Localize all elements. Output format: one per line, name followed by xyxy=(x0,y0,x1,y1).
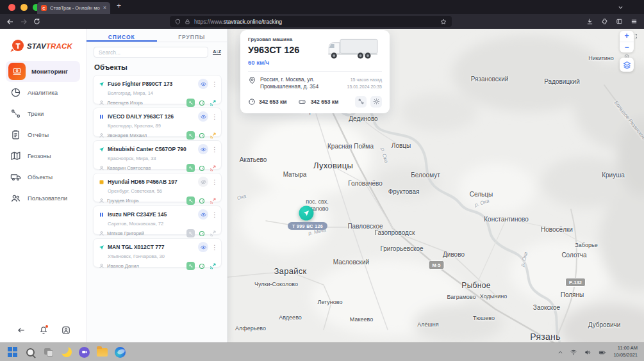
route-button[interactable] xyxy=(355,96,367,108)
tab-groups[interactable]: ГРУППЫ xyxy=(157,29,227,42)
browser-tab[interactable]: С СтавТрак - Онлайн мониторин × xyxy=(37,2,110,14)
vehicle-card[interactable]: MAN TGL Х012СТ 777 ⋮ Ульяновск, Гончаров… xyxy=(93,238,222,268)
kebab-menu-icon[interactable]: ⋮ xyxy=(211,211,217,218)
tab-list[interactable]: СПИСОК xyxy=(87,29,157,42)
download-icon[interactable] xyxy=(586,18,593,25)
back-button[interactable] xyxy=(6,18,14,26)
visibility-eye-button[interactable] xyxy=(198,242,208,252)
vehicle-name: MAN TGL Х012СТ 777 xyxy=(108,244,195,250)
connection-icon[interactable] xyxy=(209,132,217,140)
minimize-window-button[interactable] xyxy=(21,4,28,11)
tray-chevron-up-icon[interactable] xyxy=(557,349,563,355)
tab-list-chevron-icon[interactable] xyxy=(618,4,623,10)
kebab-menu-icon[interactable]: ⋮ xyxy=(211,81,217,88)
visibility-eye-button[interactable] xyxy=(198,144,208,154)
vehicle-card[interactable]: Hyundai HD65 Р456АВ 197 ⋮ Оренбург, Сове… xyxy=(93,173,222,202)
map-place-label: Дединово xyxy=(349,115,377,122)
visibility-eye-button[interactable] xyxy=(198,111,208,122)
kebab-menu-icon[interactable]: ⋮ xyxy=(211,113,217,120)
sidebar-item-reports[interactable]: Отчёты xyxy=(6,124,80,145)
connection-icon[interactable] xyxy=(209,99,217,107)
ignition-key-icon[interactable] xyxy=(186,99,195,107)
kebab-menu-icon[interactable]: ⋮ xyxy=(211,179,217,186)
engine-sensor-icon[interactable] xyxy=(198,164,206,172)
map-place-label: Криуша xyxy=(602,172,625,179)
map-place-label: Заокское xyxy=(533,304,560,311)
connection-icon[interactable] xyxy=(209,262,217,270)
engine-sensor-icon[interactable] xyxy=(198,132,206,140)
settings-button[interactable] xyxy=(370,96,382,108)
sidebar-item-users[interactable]: Пользователи xyxy=(6,188,80,209)
url-bar[interactable]: https://www.stavtrack.online/tracking xyxy=(170,16,452,27)
vehicle-card[interactable]: Fuso Fighter Р890СТ 173 ⋮ Волгоград, Мир… xyxy=(93,75,222,104)
vehicle-name: Isuzu NPR С234УЕ 145 xyxy=(108,211,195,218)
ignition-key-icon[interactable] xyxy=(186,262,195,270)
sidebar-item-objects[interactable]: Объекты xyxy=(6,166,80,188)
taskbar-search-icon[interactable] xyxy=(24,346,37,358)
extensions-icon[interactable] xyxy=(601,18,608,25)
profile-icon[interactable] xyxy=(62,326,70,335)
vehicle-marker-label[interactable]: Т 999 ВС 126 xyxy=(288,222,327,230)
task-view-icon[interactable] xyxy=(42,346,54,358)
map-place-label: Головачёво xyxy=(348,180,383,187)
layers-icon xyxy=(623,61,631,69)
vehicle-card[interactable]: Isuzu NPR С234УЕ 145 ⋮ Саратов, Московск… xyxy=(93,205,222,235)
notifications-bell-icon[interactable] xyxy=(39,326,48,335)
kebab-menu-icon[interactable]: ⋮ xyxy=(211,146,217,153)
sidebar-item-analytics[interactable]: Аналитика xyxy=(6,82,80,103)
sort-az-button[interactable]: A↕Z xyxy=(213,49,221,55)
driver-icon xyxy=(99,132,104,138)
kebab-menu-icon[interactable]: ⋮ xyxy=(211,244,217,251)
vehicle-marker[interactable] xyxy=(299,206,314,221)
wifi-icon[interactable] xyxy=(570,349,577,356)
file-explorer-icon[interactable] xyxy=(96,346,108,358)
reload-button[interactable] xyxy=(33,18,40,25)
video-app-icon[interactable] xyxy=(78,346,90,358)
lock-icon xyxy=(185,19,190,25)
visibility-eye-button[interactable] xyxy=(198,79,208,89)
engine-sensor-icon[interactable] xyxy=(198,197,206,205)
menu-hamburger-icon[interactable] xyxy=(631,18,638,25)
edge-browser-icon[interactable] xyxy=(114,346,126,358)
connection-icon[interactable] xyxy=(209,230,217,237)
sidebar-item-geozones[interactable]: Геозоны xyxy=(6,145,80,166)
sidebar-item-tracks[interactable]: Треки xyxy=(6,103,80,124)
vehicle-address: Саратов, Московская, 72 xyxy=(108,221,217,227)
map-place-label: Матыра xyxy=(283,171,307,178)
vehicle-card[interactable]: IVECO DAILY У963СТ 126 ⋮ Краснодар, Крас… xyxy=(93,108,222,137)
geozones-icon xyxy=(10,150,22,162)
engine-sensor-icon[interactable] xyxy=(198,99,206,107)
layers-button[interactable] xyxy=(620,58,634,72)
search-input[interactable] xyxy=(94,47,208,58)
close-window-button[interactable] xyxy=(8,4,15,11)
engine-sensor-icon[interactable] xyxy=(198,230,206,237)
zoom-in-button[interactable]: + xyxy=(620,31,634,42)
volume-icon[interactable] xyxy=(584,349,591,356)
connection-icon[interactable] xyxy=(209,197,217,205)
moon-app-icon[interactable] xyxy=(60,346,72,358)
tab-close-icon[interactable]: × xyxy=(103,5,106,11)
vehicle-card[interactable]: Mitsubishi Canter С567ОР 790 ⋮ Красноярс… xyxy=(93,140,222,170)
route-icon xyxy=(358,98,365,105)
connection-icon[interactable] xyxy=(209,164,217,172)
ignition-key-icon[interactable] xyxy=(186,164,195,172)
new-tab-button[interactable]: + xyxy=(117,1,121,10)
ignition-key-icon[interactable] xyxy=(186,131,195,140)
sidebar-panel-icon[interactable] xyxy=(616,18,623,25)
map-canvas[interactable]: Сергиевский р. Ока Пирочи Дединово Красн… xyxy=(227,29,644,342)
zoom-out-button[interactable]: − xyxy=(620,42,634,53)
collapse-back-icon[interactable] xyxy=(17,326,26,335)
visibility-eye-button[interactable] xyxy=(198,177,208,187)
ignition-key-icon[interactable] xyxy=(186,229,195,237)
clock[interactable]: 11:00 AM 10/05/2021 xyxy=(613,345,638,359)
engine-sensor-icon[interactable] xyxy=(198,262,206,270)
map-place-label: Зарайск xyxy=(274,266,306,276)
sidebar-item-monitoring[interactable]: Мониторинг xyxy=(6,61,80,82)
ignition-key-icon[interactable] xyxy=(186,197,195,205)
battery-icon[interactable] xyxy=(598,349,607,356)
visibility-eye-button[interactable] xyxy=(198,209,208,220)
bookmark-star-icon[interactable] xyxy=(440,19,447,25)
toolbar-action-icons xyxy=(586,16,638,27)
forward-button[interactable] xyxy=(20,18,28,26)
windows-start-icon[interactable] xyxy=(6,346,19,358)
